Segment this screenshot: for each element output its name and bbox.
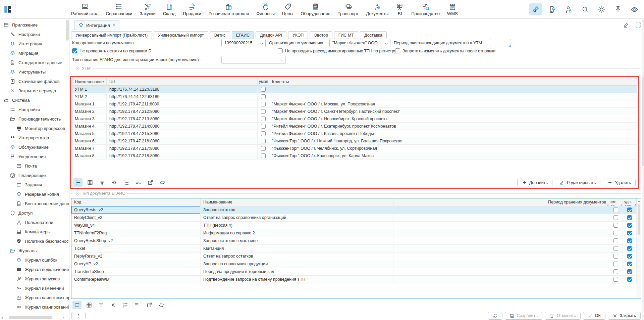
utm-table-row[interactable]: Магазин 5 http://192.178.47.215:8080 "Ри… <box>72 130 637 137</box>
sidebar-item-28[interactable]: Журнал запусков <box>0 274 66 283</box>
egais-column-header-3[interactable]: Период хранения документов <box>393 198 609 206</box>
sidebar-item-12[interactable]: Монитор процессов <box>0 124 66 133</box>
filter-tool-button[interactable] <box>97 301 106 309</box>
checkbox[interactable] <box>613 262 618 266</box>
sidebar-vertical-scrollbar[interactable] <box>66 20 69 41</box>
checkbox[interactable] <box>261 117 266 121</box>
top-menu-item-9[interactable]: Оборудование <box>301 3 330 16</box>
subtab-5[interactable]: Диадок API <box>256 31 286 39</box>
repeat-tool-button[interactable] <box>158 178 167 187</box>
external-tool-button[interactable] <box>145 301 154 309</box>
sidebar-item-21[interactable]: Доступ <box>0 208 66 218</box>
checkbox[interactable] <box>278 48 283 53</box>
utm-column-header-3[interactable]: По умол ча... <box>258 78 269 85</box>
sidebar-item-13[interactable]: Интерпретатор <box>0 133 66 142</box>
collapse-icon[interactable] <box>75 191 80 196</box>
top-menu-item-6[interactable]: Розничная торговля <box>209 3 249 16</box>
checkbox[interactable] <box>261 87 266 92</box>
top-menu-item-7[interactable]: Финансы <box>256 3 275 16</box>
gearsm-tool-button[interactable] <box>110 178 119 187</box>
utm-clean-period-input[interactable] <box>490 39 511 47</box>
listadd-tool-button[interactable] <box>134 178 143 187</box>
org-select[interactable]: "Маркет Фьюжен" ООО <box>329 39 390 47</box>
sidebar-item-22[interactable]: Пользователи <box>0 218 66 227</box>
app-logo[interactable] <box>0 0 15 19</box>
pin-button[interactable] <box>611 3 624 15</box>
main-vertical-scrollbar[interactable] <box>642 19 644 320</box>
egais-column-header-4[interactable]: Не им- по... <box>609 198 623 206</box>
checkbox[interactable] <box>627 277 632 282</box>
sidebar-item-9[interactable]: Система <box>0 95 66 105</box>
external-tool-button[interactable] <box>146 178 155 187</box>
brightness-button[interactable] <box>595 3 608 15</box>
checkbox[interactable] <box>627 215 632 220</box>
sidebar-item-3[interactable]: Интеграция <box>0 39 66 48</box>
sidebar-item-26[interactable]: Журнал ошибок <box>0 255 66 265</box>
top-menu-item-10[interactable]: Транспорт <box>338 3 359 16</box>
utm-table-row[interactable]: Магазин 6 http://192.178.47.216:8080 "Фь… <box>72 137 637 145</box>
more-options-button[interactable] <box>71 312 86 319</box>
sidebar-item-24[interactable]: Политика безопасности <box>0 236 66 246</box>
checkbox[interactable] <box>395 48 400 53</box>
sidebar-item-15[interactable]: Уведомления <box>0 152 66 161</box>
close-tab-icon[interactable]: × <box>113 22 116 28</box>
checkbox[interactable] <box>613 208 618 212</box>
sidebar-item-2[interactable]: Настройки <box>0 30 66 39</box>
listview-tool-button[interactable] <box>72 301 82 309</box>
table-vertical-scrollbar[interactable] <box>637 198 641 299</box>
top-menu-item-1[interactable]: Рабочий стол <box>71 3 99 16</box>
checkbox[interactable] <box>261 109 266 114</box>
sidebar-item-20[interactable]: Восстановление данных <box>0 199 66 208</box>
tab-integration[interactable]: Интеграция × <box>74 20 119 30</box>
checkbox-no-check-b[interactable]: Не проверять остатки по справкам Б <box>72 48 151 53</box>
checkbox[interactable] <box>627 223 632 228</box>
utm-table-row[interactable]: Магазин 2 http://192.178.47.212:8080 "Ма… <box>72 108 637 115</box>
checkbox[interactable] <box>627 238 632 243</box>
egais-table-row[interactable]: ReplyClient_v2 Ответ на запрос справочни… <box>71 214 641 222</box>
utm-add-button[interactable]: Добавить <box>517 179 552 186</box>
sidebar-item-17[interactable]: Планировщик <box>0 171 66 180</box>
utm-table-row[interactable]: УТМ 2 http://176.74.14.122:63189 <box>72 93 637 100</box>
egais-table-row[interactable]: QueryRests_v2 Запрос остатков <box>71 206 641 214</box>
sidebar-item-10[interactable]: Настройки <box>0 105 66 114</box>
utm-table-row[interactable]: Магазин 3 http://192.178.47.213:8080 "Ма… <box>72 115 637 123</box>
utm-column-header-1[interactable]: Наименование <box>72 78 107 85</box>
sidebar-item-25[interactable]: Журналы <box>0 246 66 255</box>
utm-edit-button[interactable]: Редактировать <box>555 179 600 186</box>
subtab-3[interactable]: Ветис <box>210 31 230 39</box>
sidebar-item-8[interactable]: Закрытие периода <box>0 86 66 95</box>
checkbox[interactable] <box>261 124 266 129</box>
top-menu-item-8[interactable]: $Цены <box>282 3 293 16</box>
scroll-up-arrow-icon[interactable] <box>638 200 640 202</box>
scrollbar-thumb[interactable] <box>638 204 640 235</box>
top-menu-item-14[interactable]: WMS <box>447 3 458 16</box>
top-menu-item-12[interactable]: BI <box>396 3 404 16</box>
utm-table-row[interactable]: УТМ 1 http://176.74.14.122:63188 <box>72 86 637 93</box>
checkbox[interactable] <box>261 102 266 106</box>
utm-column-header-4[interactable]: Клиенты <box>269 78 637 85</box>
sidebar-item-4[interactable]: Миграция <box>0 48 66 58</box>
egais-column-header-1[interactable]: Код <box>71 198 201 206</box>
close-button[interactable]: Закрыть <box>608 312 641 320</box>
subtab-8[interactable]: ГИС МТ <box>334 31 358 39</box>
egais-table-row[interactable]: QueryAP_v2 Запрос на справочник продукци… <box>71 260 641 268</box>
grid-tool-button[interactable] <box>86 178 95 187</box>
checkbox[interactable] <box>613 254 618 259</box>
checkbox[interactable] <box>261 94 266 99</box>
sidebar-item-5[interactable]: Стандартные данные <box>0 58 66 67</box>
top-menu-item-13[interactable]: Производство <box>411 3 440 16</box>
egais-table-row[interactable]: TransferToShop Передача продукции в торг… <box>71 268 641 276</box>
grid-tool-button[interactable] <box>85 301 94 309</box>
subtab-4[interactable]: ЕГАИС <box>232 31 254 39</box>
checkbox[interactable] <box>627 269 632 274</box>
sidebar-item-27[interactable]: Журнал подключений <box>0 265 66 274</box>
sidebar-item-29[interactable]: Журнал изменений <box>0 283 66 293</box>
utm-delete-button[interactable]: Удалить <box>603 179 636 186</box>
scroll-left-arrow-icon[interactable] <box>1 316 3 319</box>
sidebar-item-11[interactable]: Производительность <box>0 114 66 124</box>
utm-column-header-2[interactable]: Url <box>107 78 258 85</box>
subtab-9[interactable]: Доставка <box>360 31 387 39</box>
listview-tool-button[interactable] <box>73 178 83 187</box>
sidebar-item-31[interactable]: Журнал сканирований штр <box>0 302 66 312</box>
scrollbar-thumb[interactable] <box>642 77 644 166</box>
